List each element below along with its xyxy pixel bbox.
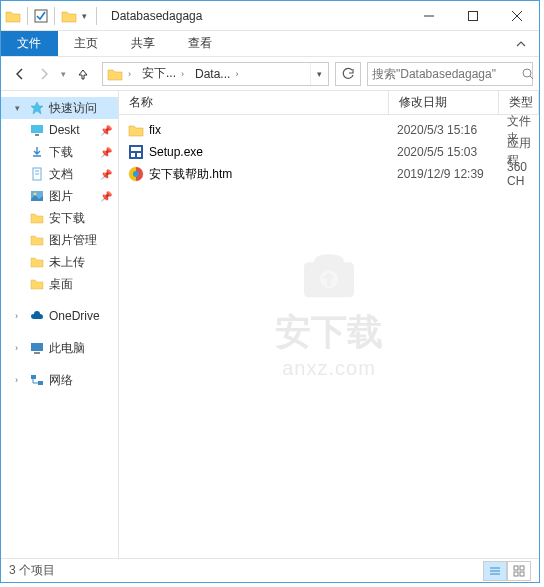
qat-checkbox-icon[interactable] [34, 9, 48, 23]
folder-icon [29, 254, 45, 270]
search-icon [522, 68, 534, 80]
sidebar-item-desktop[interactable]: Deskt📌 [1, 119, 118, 141]
folder-icon [127, 121, 145, 139]
nav-history-dropdown[interactable]: ▾ [61, 69, 66, 79]
star-icon [29, 100, 45, 116]
folder-small-icon[interactable] [61, 8, 77, 24]
chevron-right-icon: › [15, 375, 25, 385]
exe-icon [127, 143, 145, 161]
svg-rect-0 [35, 10, 47, 22]
sidebar-item-desktop2[interactable]: 桌面 [1, 273, 118, 295]
pc-icon [29, 340, 45, 356]
nav-back-button[interactable] [13, 67, 27, 81]
download-icon [29, 144, 45, 160]
breadcrumb-seg-1[interactable]: 安下...› [138, 63, 191, 85]
svg-point-25 [133, 171, 139, 177]
titlebar: ▾ Databasedagaga [1, 1, 539, 31]
sidebar-item-not-uploaded[interactable]: 未上传 [1, 251, 118, 273]
desktop-icon [29, 122, 45, 138]
column-header-row: 名称 修改日期 类型 [119, 91, 539, 115]
document-icon [29, 166, 45, 182]
picture-icon [29, 188, 45, 204]
tab-view[interactable]: 查看 [172, 31, 229, 56]
tab-share[interactable]: 共享 [115, 31, 172, 56]
file-row[interactable]: fix 2020/5/3 15:16 文件夹 [119, 119, 539, 141]
folder-icon [29, 210, 45, 226]
close-button[interactable] [495, 1, 539, 30]
column-header-type[interactable]: 类型 [499, 91, 539, 114]
sidebar-item-documents[interactable]: 文档📌 [1, 163, 118, 185]
svg-rect-23 [137, 153, 141, 157]
statusbar: 3 个项目 [1, 558, 539, 582]
tab-file[interactable]: 文件 [1, 31, 58, 56]
ribbon-expand-button[interactable] [503, 31, 539, 56]
sidebar-quick-access[interactable]: ▾ 快速访问 [1, 97, 118, 119]
column-header-name[interactable]: 名称 [119, 91, 389, 114]
address-bar[interactable]: › 安下...› Data...› ▾ [102, 62, 329, 86]
qat-dropdown-icon[interactable]: ▾ [79, 11, 90, 21]
search-input[interactable] [372, 67, 522, 81]
sidebar-item-downloads[interactable]: 下载📌 [1, 141, 118, 163]
cloud-icon [29, 308, 45, 324]
svg-rect-7 [31, 125, 43, 133]
content-area: 名称 修改日期 类型 fix 2020/5/3 15:16 文件夹 Setup.… [119, 91, 539, 558]
chevron-right-icon: › [125, 69, 134, 79]
folder-icon [29, 232, 45, 248]
chevron-down-icon: ▾ [15, 103, 25, 113]
pin-icon: 📌 [100, 125, 112, 136]
view-details-button[interactable] [483, 561, 507, 581]
sidebar-thispc[interactable]: ›此电脑 [1, 337, 118, 359]
sidebar-network[interactable]: ›网络 [1, 369, 118, 391]
sidebar-onedrive[interactable]: ›OneDrive [1, 305, 118, 327]
svg-rect-16 [31, 375, 36, 379]
network-icon [29, 372, 45, 388]
window-title: Databasedagaga [111, 9, 407, 23]
svg-rect-14 [31, 343, 43, 351]
svg-line-6 [530, 76, 533, 79]
svg-rect-15 [34, 352, 40, 354]
svg-rect-30 [514, 566, 518, 570]
address-row: ▾ › 安下...› Data...› ▾ [1, 57, 539, 91]
search-box[interactable] [367, 62, 533, 86]
file-row[interactable]: Setup.exe 2020/5/5 15:03 应用程 [119, 141, 539, 163]
file-row[interactable]: 安下载帮助.htm 2019/12/9 12:39 360 CH [119, 163, 539, 185]
svg-rect-31 [520, 566, 524, 570]
chevron-right-icon: › [15, 343, 25, 353]
folder-icon [29, 276, 45, 292]
pin-icon: 📌 [100, 191, 112, 202]
nav-up-button[interactable] [76, 67, 90, 81]
file-list: fix 2020/5/3 15:16 文件夹 Setup.exe 2020/5/… [119, 115, 539, 558]
chevron-right-icon: › [15, 311, 25, 321]
view-icons-button[interactable] [507, 561, 531, 581]
svg-rect-8 [35, 134, 39, 136]
svg-rect-22 [131, 153, 135, 157]
maximize-button[interactable] [451, 1, 495, 30]
folder-icon [5, 8, 21, 24]
ribbon-tabs: 文件 主页 共享 查看 [1, 31, 539, 57]
tab-home[interactable]: 主页 [58, 31, 115, 56]
breadcrumb-root[interactable]: › [103, 63, 138, 85]
sidebar-item-pictures[interactable]: 图片📌 [1, 185, 118, 207]
pin-icon: 📌 [100, 147, 112, 158]
sidebar-item-anxz-download[interactable]: 安下载 [1, 207, 118, 229]
minimize-button[interactable] [407, 1, 451, 30]
sidebar-item-pic-manage[interactable]: 图片管理 [1, 229, 118, 251]
breadcrumb-seg-2[interactable]: Data...› [191, 63, 245, 85]
svg-rect-21 [131, 147, 141, 151]
column-header-date[interactable]: 修改日期 [389, 91, 499, 114]
svg-rect-17 [38, 381, 43, 385]
address-dropdown[interactable]: ▾ [310, 63, 328, 85]
svg-point-5 [523, 69, 531, 77]
item-count: 3 个项目 [9, 562, 55, 579]
refresh-button[interactable] [335, 62, 361, 86]
nav-forward-button[interactable] [37, 67, 51, 81]
svg-rect-32 [514, 572, 518, 576]
chevron-right-icon: › [178, 69, 187, 79]
chevron-right-icon: › [232, 69, 241, 79]
svg-rect-2 [469, 11, 478, 20]
pin-icon: 📌 [100, 169, 112, 180]
sidebar: ▾ 快速访问 Deskt📌 下载📌 文档📌 图片📌 安下载 图片管理 未上传 桌… [1, 91, 119, 558]
htm-icon [127, 165, 145, 183]
svg-rect-33 [520, 572, 524, 576]
